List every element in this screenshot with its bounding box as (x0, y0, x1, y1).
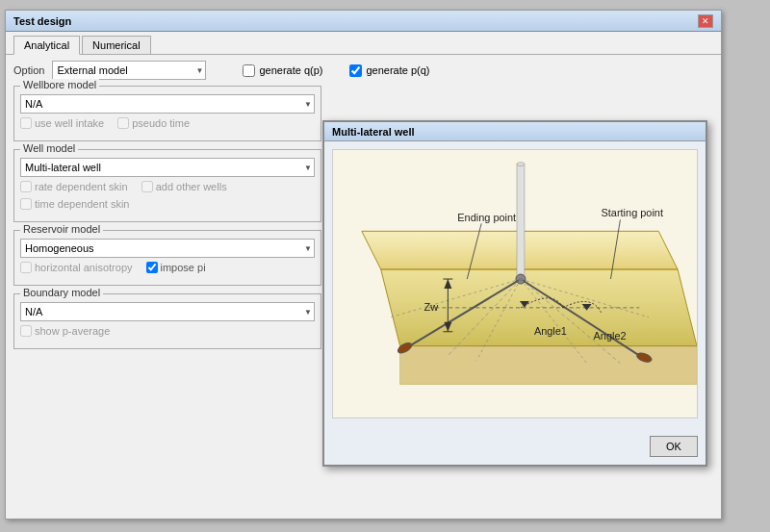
wellbore-model-select[interactable]: N/A (20, 94, 315, 114)
ml-dialog: Multi-lateral well (322, 120, 707, 467)
add-other-wells-item: add other wells (141, 181, 227, 192)
use-well-intake-checkbox[interactable] (20, 117, 32, 129)
impose-pi-label: impose pi (161, 262, 206, 273)
title-bar: Test design ✕ (6, 11, 721, 32)
boundary-checkboxes: show p-average (20, 325, 315, 337)
pseudo-time-checkbox[interactable] (117, 117, 129, 129)
show-p-average-checkbox[interactable] (20, 325, 32, 337)
well-model-checkboxes-row2: time dependent skin (20, 198, 315, 210)
boundary-model-content: N/A show p-average (20, 302, 315, 337)
option-select-wrapper: External model (52, 61, 206, 80)
ok-button[interactable]: OK (650, 436, 698, 457)
generate-pq-label: generate p(q) (366, 64, 429, 76)
boundary-model-select[interactable]: N/A (20, 302, 315, 321)
tab-numerical[interactable]: Numerical (82, 36, 151, 54)
option-label: Option (13, 64, 44, 76)
rate-dependent-skin-label: rate dependent skin (35, 181, 128, 192)
bottom-surface (400, 346, 697, 385)
top-options-bar: Option External model generate q(p) gene… (6, 55, 721, 86)
pseudo-time-item: pseudo time (117, 117, 190, 129)
well-model-checkboxes-row1: rate dependent skin add other wells (20, 181, 315, 192)
add-other-wells-checkbox[interactable] (141, 181, 153, 192)
reservoir-model-group: Reservoir model Homogeneous horizontal a… (13, 230, 321, 286)
use-well-intake-label: use well intake (35, 117, 104, 129)
wellbore-model-content: N/A use well intake pseudo time (20, 94, 315, 129)
reservoir-model-title: Reservoir model (20, 223, 103, 235)
close-button[interactable]: ✕ (698, 14, 713, 28)
show-p-average-label: show p-average (35, 325, 110, 337)
well-model-select-wrapper: Multi-lateral well (20, 158, 315, 177)
well-model-content: Multi-lateral well rate dependent skin a… (20, 158, 315, 210)
diagram-area: Ending point Starting point Zw Angle1 An… (332, 149, 698, 418)
tab-analytical[interactable]: Analytical (13, 36, 80, 55)
rate-dependent-skin-item: rate dependent skin (20, 181, 128, 192)
ending-point-text: Ending point (457, 212, 516, 223)
wellbore-select-wrapper: N/A (20, 94, 315, 114)
tab-bar: Analytical Numerical (6, 32, 721, 55)
reservoir-model-content: Homogeneous horizontal anisotropy impose… (20, 239, 315, 273)
angle2-label: Angle2 (594, 330, 627, 342)
ml-dialog-title: Multi-lateral well (332, 126, 415, 138)
time-dependent-skin-checkbox[interactable] (20, 198, 32, 210)
generate-pq-item: generate p(q) (349, 64, 429, 77)
well-model-select[interactable]: Multi-lateral well (20, 158, 315, 177)
wellbore-model-title: Wellbore model (20, 79, 99, 90)
rate-dependent-skin-checkbox[interactable] (20, 181, 32, 192)
horizontal-anisotropy-label: horizontal anisotropy (35, 262, 133, 273)
ml-diagram-container: Ending point Starting point Zw Angle1 An… (324, 141, 706, 436)
impose-pi-item: impose pi (146, 262, 206, 273)
window-title: Test design (13, 15, 71, 27)
ml-title-bar: Multi-lateral well (324, 122, 706, 141)
use-well-intake-item: use well intake (20, 117, 104, 129)
reservoir-select-wrapper: Homogeneous (20, 239, 315, 258)
option-select[interactable]: External model (52, 61, 206, 80)
zw-label: Zw (424, 301, 439, 313)
generate-qp-checkbox[interactable] (243, 64, 255, 77)
wellbore-checkboxes: use well intake pseudo time (20, 117, 315, 129)
time-dependent-skin-label: time dependent skin (35, 198, 129, 210)
reservoir-checkboxes: horizontal anisotropy impose pi (20, 262, 315, 273)
boundary-select-wrapper: N/A (20, 302, 315, 321)
pseudo-time-label: pseudo time (132, 117, 190, 129)
generate-pq-checkbox[interactable] (349, 64, 362, 77)
boundary-model-group: Boundary model N/A show p-average (13, 293, 321, 349)
ml-footer: OK (650, 436, 698, 457)
show-p-average-item: show p-average (20, 325, 110, 337)
well-model-group: Well model Multi-lateral well rate depen… (13, 149, 321, 222)
wellbore-tube (517, 165, 525, 279)
add-other-wells-label: add other wells (156, 181, 227, 192)
impose-pi-checkbox[interactable] (146, 262, 158, 273)
starting-point-text: Starting point (602, 207, 663, 218)
horizontal-anisotropy-item: horizontal anisotropy (20, 262, 133, 273)
left-panel: Wellbore model N/A use well intake (13, 86, 321, 451)
ml-diagram-svg: Ending point Starting point Zw Angle1 An… (333, 150, 697, 418)
wellbore-top (517, 163, 525, 166)
horizontal-anisotropy-checkbox[interactable] (20, 262, 32, 273)
angle1-label: Angle1 (534, 325, 567, 337)
generate-qp-item: generate q(p) (243, 64, 322, 77)
reservoir-model-select[interactable]: Homogeneous (20, 239, 315, 258)
generate-qp-label: generate q(p) (259, 64, 322, 76)
wellbore-model-group: Wellbore model N/A use well intake (13, 86, 321, 141)
boundary-model-title: Boundary model (20, 287, 103, 298)
well-model-title: Well model (20, 142, 78, 154)
time-dependent-skin-item: time dependent skin (20, 198, 129, 210)
